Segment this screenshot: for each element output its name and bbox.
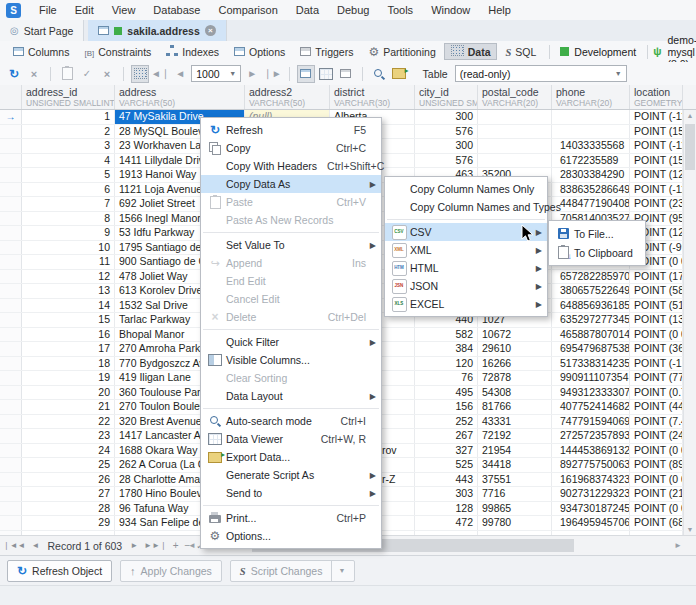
grid-cell-address-id[interactable]: 9 xyxy=(22,226,115,240)
menu-comparison[interactable]: Comparison xyxy=(209,0,286,20)
grid-cell-postal-code[interactable]: 34418 xyxy=(478,458,552,472)
grid-cell-city-id[interactable]: 303 xyxy=(415,487,478,501)
grid-cell-location[interactable]: POINT (51.67 xyxy=(630,299,683,313)
grid-cell-postal-code[interactable]: 72878 xyxy=(478,371,552,385)
insert-record-button[interactable]: + xyxy=(170,540,182,551)
menu-data[interactable]: Data xyxy=(287,0,328,20)
row-indicator[interactable] xyxy=(0,328,22,342)
row-indicator[interactable] xyxy=(0,226,22,240)
row-indicator[interactable] xyxy=(0,342,22,356)
grid-cell-location[interactable]: POINT (68.63 xyxy=(630,516,683,530)
last-record-button[interactable]: ►►❘ xyxy=(141,541,170,550)
grid-cell-phone[interactable]: 196495945706 xyxy=(552,516,630,530)
menu-item-visible-columns[interactable]: Visible Columns... xyxy=(201,351,381,369)
table-mode-select[interactable]: (read-only) ▼ xyxy=(455,65,627,82)
grid-cell-phone[interactable] xyxy=(552,110,630,124)
grid-cell-phone[interactable] xyxy=(552,125,630,139)
grid-cell-postal-code[interactable]: 21954 xyxy=(478,444,552,458)
view-tab-triggers[interactable]: Triggers xyxy=(293,44,360,60)
row-indicator[interactable] xyxy=(0,255,22,269)
grid-cell-address-id[interactable]: 13 xyxy=(22,284,115,298)
row-indicator[interactable] xyxy=(0,212,22,226)
view-tab-options[interactable]: Options xyxy=(227,44,292,60)
commit-button[interactable]: ✓ xyxy=(78,65,96,83)
grid-cell-address-id[interactable]: 18 xyxy=(22,357,115,371)
grid-cell-city-id[interactable]: 472 xyxy=(415,516,478,530)
grid-cell-location[interactable]: POINT (-121.2 xyxy=(630,357,683,371)
grid-cell-postal-code[interactable]: 16266 xyxy=(478,357,552,371)
card-view-button[interactable] xyxy=(317,65,335,83)
menu-item-quick-filter[interactable]: Quick Filter▶ xyxy=(201,333,381,351)
grid-cell-address-id[interactable]: 11 xyxy=(22,255,115,269)
grid-cell-postal-code[interactable] xyxy=(478,110,552,124)
grid-cell-phone[interactable]: 465887807014 xyxy=(552,328,630,342)
first-page-button[interactable]: ◄❘ xyxy=(151,65,169,83)
grid-cell-phone[interactable]: 380657522649 xyxy=(552,284,630,298)
row-indicator[interactable] xyxy=(0,183,22,197)
row-indicator[interactable] xyxy=(0,313,22,327)
grid-cell-phone[interactable]: 949312333307 xyxy=(552,386,630,400)
row-indicator[interactable] xyxy=(0,371,22,385)
view-tab-sql[interactable]: SSQL xyxy=(498,44,543,60)
grid-cell-city-id[interactable]: 267 xyxy=(415,429,478,443)
view-tab-data[interactable]: Data xyxy=(444,43,498,60)
menu-file[interactable]: File xyxy=(30,0,66,20)
grid-cell-city-id[interactable]: 252 xyxy=(415,415,478,429)
row-indicator[interactable] xyxy=(0,415,22,429)
grid-cell-address-id[interactable]: 19 xyxy=(22,371,115,385)
grid-cell-address-id[interactable]: 10 xyxy=(22,241,115,255)
grid-cell-location[interactable]: POINT (-117.2 xyxy=(630,183,683,197)
grid-cell-postal-code[interactable]: 99780 xyxy=(478,516,552,530)
menu-window[interactable]: Window xyxy=(422,0,479,20)
grid-cell-address-id[interactable]: 2 xyxy=(22,125,115,139)
next-record-button[interactable]: ► xyxy=(127,541,141,550)
grid-cell-postal-code[interactable] xyxy=(478,139,552,153)
auto-search-button[interactable] xyxy=(370,65,388,83)
row-indicator[interactable] xyxy=(0,241,22,255)
row-indicator[interactable] xyxy=(0,270,22,284)
grid-cell-location[interactable]: POINT (153.1 xyxy=(630,154,683,168)
grid-cell-location[interactable]: POINT (175.2 xyxy=(630,270,683,284)
grid-cell-address-id[interactable]: 22 xyxy=(22,415,115,429)
grid-cell-postal-code[interactable]: 29610 xyxy=(478,342,552,356)
menu-item-generate-script-as[interactable]: Generate Script As▶ xyxy=(201,466,381,484)
view-tab-constraints[interactable]: [B]Constraints xyxy=(77,44,158,60)
menu-item-auto-search-mode[interactable]: Auto-search modeCtrl+I xyxy=(201,412,381,430)
menu-item-xml[interactable]: XMLXML▶ xyxy=(385,241,547,259)
export-data-button[interactable] xyxy=(390,65,408,83)
grid-cell-city-id[interactable]: 495 xyxy=(415,386,478,400)
menu-item-export-data[interactable]: Export Data... xyxy=(201,448,381,466)
grid-cell-address-id[interactable]: 29 xyxy=(22,516,115,530)
grid-cell-location[interactable]: POINT (21.01 xyxy=(630,487,683,501)
grid-cell-address-id[interactable]: 12 xyxy=(22,270,115,284)
grid-cell-city-id[interactable]: 384 xyxy=(415,342,478,356)
paste-rows-button[interactable] xyxy=(58,65,76,83)
grid-cell-phone[interactable]: 14033335568 xyxy=(552,139,630,153)
column-header-address[interactable]: addressVARCHAR(50) xyxy=(115,85,245,109)
grid-cell-city-id[interactable]: 576 xyxy=(415,125,478,139)
grid-cell-phone[interactable]: 695479687538 xyxy=(552,342,630,356)
stop-button[interactable]: × xyxy=(25,65,43,83)
grid-cell-address-id[interactable]: 6 xyxy=(22,183,115,197)
menu-item-refresh[interactable]: ↻RefreshF5 xyxy=(201,121,381,139)
row-indicator[interactable] xyxy=(0,168,22,182)
row-indicator[interactable] xyxy=(0,400,22,414)
grid-cell-city-id[interactable]: 327 xyxy=(415,444,478,458)
menu-help[interactable]: Help xyxy=(479,0,520,20)
grid-cell-location[interactable]: POINT (0.714 xyxy=(630,386,683,400)
grid-cell-city-id[interactable]: 300 xyxy=(415,139,478,153)
view-tab-partitioning[interactable]: ⚙Partitioning xyxy=(361,44,442,60)
grid-cell-address-id[interactable]: 17 xyxy=(22,342,115,356)
grid-cell-location[interactable]: POINT (0 0) xyxy=(630,328,683,342)
grid-view-button[interactable] xyxy=(297,65,315,83)
grid-cell-location[interactable]: POINT (44.25 xyxy=(630,400,683,414)
grid-cell-location[interactable]: POINT (24.76 xyxy=(630,429,683,443)
menu-item-delete[interactable]: ×DeleteCtrl+Del xyxy=(201,308,381,326)
grid-cell-phone[interactable]: 902731229323 xyxy=(552,487,630,501)
grid-cell-address-id[interactable]: 28 xyxy=(22,502,115,516)
menu-view[interactable]: View xyxy=(103,0,145,20)
vertical-scrollbar[interactable]: ▲ ▼ xyxy=(683,110,696,535)
grid-cell-phone[interactable]: 934730187245 xyxy=(552,502,630,516)
grid-cell-city-id[interactable]: 300 xyxy=(415,110,478,124)
grid-cell-city-id[interactable]: 582 xyxy=(415,328,478,342)
